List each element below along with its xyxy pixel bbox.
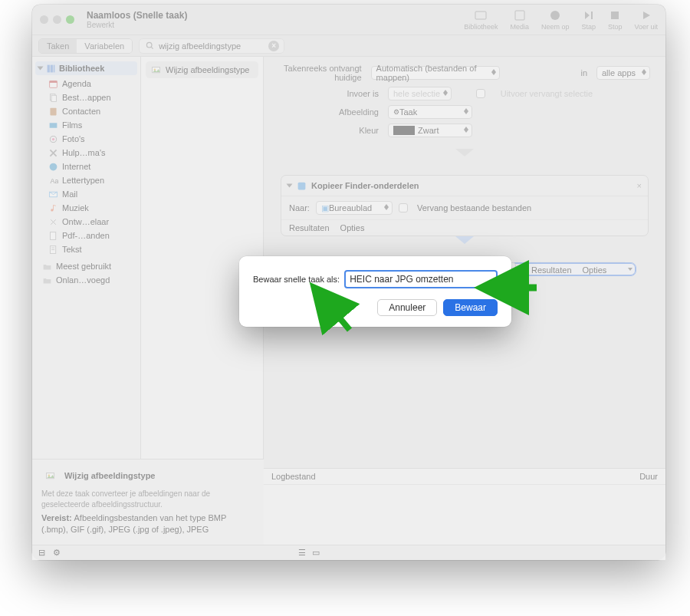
utilities-icon xyxy=(48,147,58,158)
connector-icon xyxy=(273,236,656,247)
clear-search-icon[interactable]: × xyxy=(268,41,279,51)
copy-to-label: Naar: xyxy=(289,203,310,212)
receives-label: Takenreeks ontvangt huidige xyxy=(279,64,362,82)
pdf-icon xyxy=(48,230,58,241)
sidebar-item[interactable]: Hulp…ma's xyxy=(46,146,137,160)
receives-type-select[interactable]: Automatisch (bestanden of mappen) xyxy=(371,66,501,80)
log-header-label: Logbestand xyxy=(271,472,316,481)
toolbar-stop-button[interactable]: Stop xyxy=(608,9,623,31)
actions-vars-segment[interactable]: Taken Variabelen xyxy=(38,38,133,54)
input-label: Invoer is xyxy=(279,89,379,98)
image-label: Afbeelding xyxy=(279,107,379,117)
sidebar-item[interactable]: Pdf-…anden xyxy=(46,229,137,242)
sidebar-item[interactable]: Contacten xyxy=(46,104,137,118)
image-action-icon xyxy=(150,64,161,75)
disclosure-icon[interactable] xyxy=(287,184,293,188)
hide-desc-icon[interactable]: ⊟ xyxy=(38,548,45,558)
sidebar-item[interactable]: Best…appen xyxy=(46,91,137,104)
receives-app-select[interactable]: alle apps xyxy=(596,66,650,80)
svg-rect-10 xyxy=(49,81,57,82)
results-tab[interactable]: Resultaten xyxy=(531,265,572,275)
requires-label: Vereist: xyxy=(41,513,72,522)
action-list-item[interactable]: Wijzig afbeeldingstype xyxy=(146,61,258,78)
sidebar-item[interactable]: Foto's xyxy=(46,132,137,146)
window-subtitle: Bewerkt xyxy=(87,21,187,29)
action-card-copy-finder[interactable]: Kopieer Finder-onderdelen× Naar: ▣ Burea… xyxy=(281,175,649,236)
minimize-icon[interactable] xyxy=(53,15,61,24)
close-icon[interactable]: × xyxy=(637,181,642,190)
sub-toolbar: Taken Variabelen × xyxy=(32,35,665,57)
sidebar-item[interactable]: Mail xyxy=(46,187,137,201)
toolbar-step-button[interactable]: Stap xyxy=(581,9,596,31)
svg-point-20 xyxy=(51,209,53,211)
results-tab[interactable]: Resultaten xyxy=(289,223,330,232)
svg-line-5 xyxy=(151,47,153,48)
svg-point-2 xyxy=(550,11,560,20)
action-card-title: Kopieer Finder-onderdelen xyxy=(311,181,419,190)
traffic-lights xyxy=(40,15,74,24)
svg-rect-0 xyxy=(475,12,486,19)
sidebar-header-label: Bibliotheek xyxy=(59,64,104,73)
svg-rect-8 xyxy=(53,64,54,72)
list-view-icon[interactable]: ☰ xyxy=(298,548,306,558)
toolbar-library-label: Bibliotheek xyxy=(464,23,498,31)
sidebar-item[interactable]: Films xyxy=(46,118,137,132)
toolbar-record-button[interactable]: Neem op xyxy=(541,9,570,31)
mail-icon xyxy=(48,189,58,199)
svg-point-17 xyxy=(49,163,57,170)
annotation-arrow-icon xyxy=(304,282,357,338)
flow-view-icon[interactable]: ▭ xyxy=(312,548,320,558)
output-replaces-checkbox[interactable] xyxy=(476,89,485,98)
internet-icon xyxy=(48,161,58,172)
svg-rect-13 xyxy=(50,107,56,115)
movies-icon xyxy=(48,120,58,130)
sidebar-item[interactable]: Onlan…voegd xyxy=(40,273,137,287)
svg-rect-27 xyxy=(297,182,305,189)
sidebar-item[interactable]: Agenda xyxy=(46,77,137,91)
options-tab[interactable]: Opties xyxy=(583,265,607,275)
sidebar-item[interactable]: Tekst xyxy=(46,242,137,256)
action-list-item-label: Wijzig afbeeldingstype xyxy=(166,65,249,74)
search-field[interactable]: × xyxy=(139,38,284,54)
photos-icon xyxy=(48,133,58,144)
close-icon[interactable] xyxy=(40,15,48,24)
svg-rect-21 xyxy=(50,232,55,239)
cancel-button[interactable]: Annuleer xyxy=(377,299,437,316)
sidebar-header-library[interactable]: Bibliotheek xyxy=(35,61,137,75)
tab-variables[interactable]: Variabelen xyxy=(77,39,132,53)
sidebar-item[interactable]: AaLettertypen xyxy=(46,173,137,187)
input-select[interactable]: hele selectie xyxy=(388,87,452,100)
save-as-input[interactable] xyxy=(344,270,498,288)
text-icon xyxy=(48,244,58,255)
developer-icon xyxy=(48,216,58,227)
toolbar-media-label: Media xyxy=(510,23,529,31)
svg-rect-6 xyxy=(47,64,49,72)
copy-to-select[interactable]: ▣ Bureaublad xyxy=(316,201,393,215)
tab-actions[interactable]: Taken xyxy=(39,39,77,53)
color-select[interactable]: Zwart xyxy=(388,124,472,137)
toolbar-library-button[interactable]: Bibliotheek xyxy=(464,9,498,31)
log-duration-label: Duur xyxy=(639,472,658,481)
folder-icon xyxy=(41,275,52,285)
save-dialog: Bewaar snelle taak als: Annuleer Bewaar xyxy=(239,256,511,327)
sidebar-item[interactable]: Muziek xyxy=(46,201,137,215)
sidebar-item[interactable]: Internet xyxy=(46,160,137,173)
options-tab[interactable]: Opties xyxy=(340,223,365,232)
replace-checkbox[interactable] xyxy=(399,203,408,212)
maximize-icon[interactable] xyxy=(66,15,74,24)
toolbar-media-button[interactable]: Media xyxy=(510,9,529,31)
calendar-icon xyxy=(48,78,58,89)
toolbar-run-button[interactable]: Voer uit xyxy=(634,9,658,31)
toolbar-step-label: Stap xyxy=(581,23,596,31)
sidebar-item[interactable]: Ontw…elaar xyxy=(46,215,137,229)
image-select[interactable]: ⚙︎ Taak xyxy=(388,105,472,119)
description-title: Wijzig afbeeldingstype xyxy=(64,471,155,480)
search-input[interactable] xyxy=(159,41,264,51)
connector-icon xyxy=(273,149,656,160)
gear-icon[interactable]: ⚙︎ xyxy=(53,548,61,558)
save-button[interactable]: Bewaar xyxy=(443,299,498,316)
svg-rect-7 xyxy=(50,64,52,72)
sidebar-item[interactable]: Meest gebruikt xyxy=(40,259,137,273)
description-body: Met deze taak converteer je afbeeldingen… xyxy=(41,489,255,509)
svg-rect-1 xyxy=(515,11,524,20)
